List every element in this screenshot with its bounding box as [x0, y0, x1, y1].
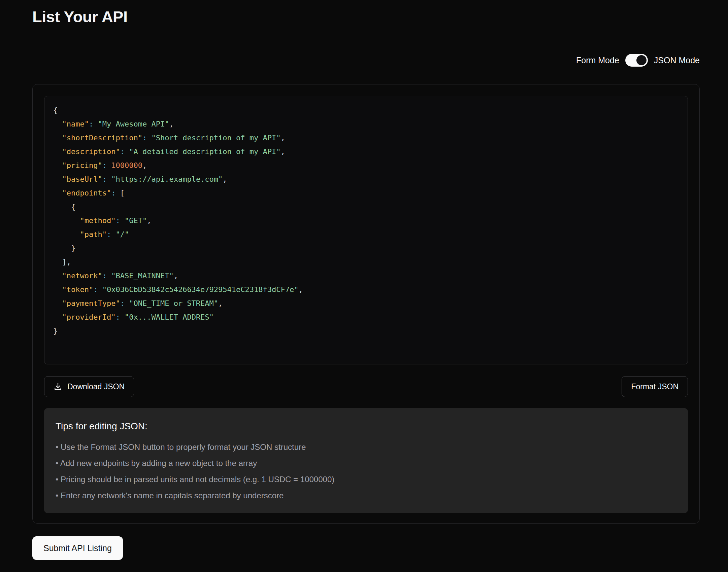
download-icon [54, 382, 62, 391]
tip-item: Enter any network's name in capitals sep… [56, 492, 676, 500]
tip-item: Pricing should be in parsed units and no… [56, 475, 676, 484]
submit-api-listing-button[interactable]: Submit API Listing [32, 536, 123, 560]
code-line: "shortDescription": "Short description o… [53, 131, 679, 145]
code-line: { [53, 200, 679, 214]
code-line: "path": "/" [53, 227, 679, 241]
download-json-label: Download JSON [67, 382, 125, 391]
mode-toggle-switch[interactable] [625, 54, 648, 67]
code-line: "token": "0x036CbD53842c5426634e7929541e… [53, 283, 679, 296]
code-line: "baseUrl": "https://api.example.com", [53, 172, 679, 186]
code-line: { [53, 103, 679, 117]
code-line: } [53, 241, 679, 255]
page-title: List Your API [32, 7, 700, 26]
json-mode-card: { "name": "My Awesome API", "shortDescri… [32, 84, 700, 524]
tip-item: Use the Format JSON button to properly f… [56, 443, 676, 451]
code-line: "name": "My Awesome API", [53, 117, 679, 131]
code-line: "network": "BASE_MAINNET", [53, 269, 679, 283]
tips-panel: Tips for editing JSON: Use the Format JS… [44, 408, 688, 513]
code-line: "pricing": 1000000, [53, 158, 679, 172]
code-line: "description": "A detailed description o… [53, 145, 679, 158]
code-line: "method": "GET", [53, 214, 679, 227]
mode-toggle-row: Form Mode JSON Mode [32, 54, 700, 67]
format-json-label: Format JSON [631, 382, 679, 391]
json-editor[interactable]: { "name": "My Awesome API", "shortDescri… [44, 96, 688, 364]
format-json-button[interactable]: Format JSON [622, 376, 688, 397]
tips-list: Use the Format JSON button to properly f… [56, 443, 676, 500]
json-mode-label: JSON Mode [654, 56, 700, 65]
code-line: "providerId": "0x...WALLET_ADDRES" [53, 310, 679, 324]
toggle-knob [636, 55, 647, 65]
code-line: "endpoints": [ [53, 186, 679, 200]
code-line: "paymentType": "ONE_TIME or STREAM", [53, 296, 679, 310]
tip-item: Add new endpoints by adding a new object… [56, 459, 676, 467]
code-line: ], [53, 255, 679, 269]
tips-heading: Tips for editing JSON: [56, 421, 676, 432]
download-json-button[interactable]: Download JSON [44, 376, 134, 397]
code-line: } [53, 324, 679, 338]
page-container: List Your API Form Mode JSON Mode { "nam… [32, 0, 700, 560]
form-mode-label: Form Mode [576, 56, 619, 65]
editor-actions-row: Download JSON Format JSON [44, 376, 688, 397]
submit-label: Submit API Listing [43, 543, 112, 553]
